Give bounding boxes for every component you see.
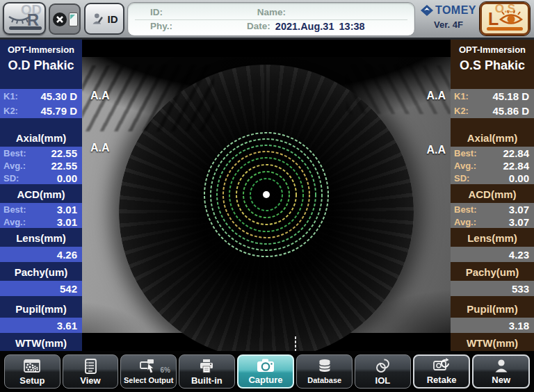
top-header-bar: OD R ID ID: Name: Phy.: Date: 2021 <box>0 0 534 40</box>
camera-icon <box>256 356 275 375</box>
setup-gears-icon <box>23 357 41 375</box>
od-k1-row: K1:45.30 D <box>0 89 82 104</box>
right-eye-underline <box>9 26 42 30</box>
capture-button[interactable]: Capture <box>237 354 295 389</box>
bottom-toolbar: Setup View 6% Select Output Built-in Cap… <box>0 351 534 392</box>
od-acd-rows: Best:3.01 Avg.:3.01 <box>0 203 82 228</box>
left-eye-button[interactable]: O.S L <box>480 2 530 35</box>
database-icon <box>317 357 332 375</box>
od-lens-value: 4.26 <box>0 247 82 262</box>
iol-rings-icon <box>373 357 391 375</box>
close-icon <box>52 12 67 27</box>
os-keratometry: K1:45.18 D K2:45.86 D <box>451 89 534 118</box>
camera-retake-icon <box>432 356 451 375</box>
od-keratometry: K1:45.30 D K2:45.79 D <box>0 89 82 118</box>
od-acd-header: ACD(mm) <box>0 186 82 203</box>
brand-block: TOMEY Ver. 4F <box>419 4 478 30</box>
physician-label: Phy.: <box>150 21 172 31</box>
view-list-icon <box>83 357 98 375</box>
od-wtw-header: WTW(mm) <box>0 334 82 352</box>
od-eye-title: O.D Phakic <box>0 58 82 73</box>
os-lens-value: 4.23 <box>451 247 534 262</box>
alignment-marker: A.A <box>90 90 110 102</box>
alignment-marker: A.A <box>426 90 446 102</box>
tomey-logo-icon <box>421 5 433 16</box>
version-label: Ver. 4F <box>419 19 478 30</box>
patient-id-button[interactable]: ID <box>84 3 124 35</box>
od-lens-header: Lens(mm) <box>0 229 82 247</box>
left-eye-underline <box>487 27 523 31</box>
os-pachy-header: Pachy(um) <box>451 263 534 281</box>
od-axial-rows: Best:22.55 Avg.:22.55 SD:0.00 <box>0 147 82 184</box>
person-icon <box>493 356 510 375</box>
od-pachy-value: 542 <box>0 281 82 296</box>
setup-button[interactable]: Setup <box>4 354 60 389</box>
left-eye-label: L <box>488 9 499 29</box>
patient-info-divider <box>135 19 407 20</box>
od-mode-label: OPT-Immersion <box>0 44 82 55</box>
id-button-label: ID <box>108 13 118 25</box>
os-axial-rows: Best:22.84 Avg.:22.84 SD:0.00 <box>451 147 534 184</box>
patient-id-label: ID: <box>150 7 163 17</box>
view-button[interactable]: View <box>63 354 119 389</box>
os-k2-row: K2:45.86 D <box>451 104 534 118</box>
person-edit-icon <box>91 12 105 26</box>
os-acd-header: ACD(mm) <box>451 186 534 203</box>
date-label: Date: <box>247 21 270 31</box>
right-eye-button[interactable]: OD R <box>3 2 46 35</box>
os-pupil-header: Pupil(mm) <box>451 300 534 318</box>
retake-button[interactable]: Retake <box>413 354 471 389</box>
os-acd-rows: Best:3.07 Avg.:3.07 <box>451 203 534 228</box>
od-pupil-value: 3.61 <box>0 318 82 333</box>
deselect-patient-button[interactable] <box>49 3 81 35</box>
alignment-marker: A.A <box>426 144 446 156</box>
card-icon <box>69 13 78 26</box>
database-button[interactable]: Database <box>296 354 353 389</box>
select-output-button[interactable]: 6% Select Output <box>120 354 177 389</box>
os-axial-header: Axial(mm) <box>451 129 534 147</box>
printer-icon <box>198 357 215 375</box>
brand-name: TOMEY <box>435 4 476 17</box>
os-pachy-value: 533 <box>451 281 534 296</box>
time-value: 13:38 <box>339 21 365 32</box>
os-measurements-panel: OPT-Immersion O.S Phakic K1:45.18 D K2:4… <box>451 40 534 354</box>
alignment-marker: A.A <box>90 142 110 154</box>
built-in-printer-button[interactable]: Built-in <box>179 354 235 389</box>
patient-name-label: Name: <box>257 7 286 17</box>
od-pachy-header: Pachy(um) <box>0 263 82 281</box>
iol-button[interactable]: IOL <box>355 354 411 389</box>
output-percent-badge: 6% <box>161 366 170 374</box>
os-wtw-header: WTW(mm) <box>451 334 534 352</box>
live-eye-image[interactable]: A.A A.A A.A A.A <box>82 40 451 351</box>
od-axial-header: Axial(mm) <box>0 129 82 147</box>
os-lens-header: Lens(mm) <box>451 229 534 247</box>
new-patient-button[interactable]: New <box>472 354 530 389</box>
open-eye-icon <box>499 10 524 26</box>
os-mode-label: OPT-Immersion <box>451 44 534 55</box>
center-scale-tick <box>295 336 296 351</box>
select-output-icon <box>139 357 159 375</box>
od-measurements-panel: OPT-Immersion O.D Phakic K1:45.30 D K2:4… <box>0 40 82 354</box>
patient-info-panel: ID: Name: Phy.: Date: 2021.Aug.31 13:38 <box>127 2 415 36</box>
os-eye-title: O.S Phakic <box>451 58 534 73</box>
od-k2-row: K2:45.79 D <box>0 104 82 118</box>
date-value: 2021.Aug.31 <box>275 21 334 32</box>
od-pupil-header: Pupil(mm) <box>0 300 82 318</box>
os-k1-row: K1:45.18 D <box>451 89 534 104</box>
mire-rings <box>197 125 336 264</box>
os-pupil-value: 3.18 <box>451 318 534 333</box>
